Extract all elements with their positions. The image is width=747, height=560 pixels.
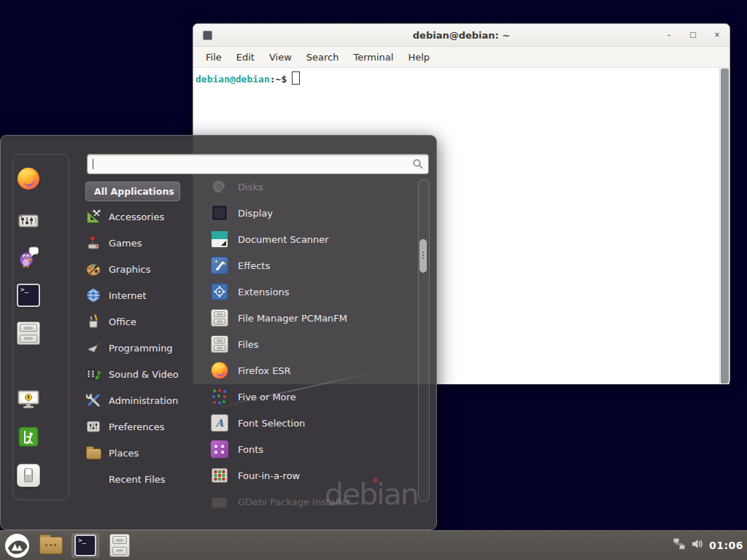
all-applications-button[interactable]: All Applications: [85, 182, 180, 201]
favorite-audio-mixer[interactable]: [13, 206, 44, 236]
file-cabinet-icon: [211, 309, 228, 327]
terminal-menubar: File Edit View Search Terminal Help: [193, 47, 729, 68]
app-row-display[interactable]: Display: [211, 200, 417, 226]
search-input[interactable]: [93, 156, 402, 172]
application-menu: debian: [0, 135, 437, 530]
category-accessories[interactable]: Accessories: [85, 203, 209, 230]
accessories-icon: [85, 209, 101, 225]
search-caret: [93, 159, 93, 169]
volume-icon[interactable]: [691, 537, 704, 553]
display-icon: [211, 204, 228, 222]
favorite-pidgin[interactable]: [13, 241, 44, 272]
terminal-icon: [17, 284, 40, 307]
four-in-a-row-icon: [211, 467, 228, 484]
administration-icon: [85, 392, 101, 408]
disks-icon: [211, 178, 228, 195]
prompt-user-host: debian@debian: [196, 74, 270, 85]
screen: debian@debian: ~ – □ × File Edit View Se…: [0, 0, 747, 560]
preferences-icon: [85, 419, 101, 435]
all-applications-label: All Applications: [94, 186, 174, 197]
file-cabinet-icon: [109, 534, 130, 557]
favorite-files[interactable]: [13, 318, 44, 349]
firefox-icon: [17, 167, 40, 190]
terminal-titlebar[interactable]: debian@debian: ~ – □ ×: [193, 24, 729, 47]
document-scanner-icon: [211, 230, 228, 248]
menu-help[interactable]: Help: [400, 52, 437, 63]
terminal-icon: [74, 534, 96, 556]
app-row-gdebi[interactable]: GDebi Package Installer: [211, 489, 417, 515]
menu-button[interactable]: [3, 533, 31, 558]
category-administration[interactable]: Administration: [85, 387, 209, 413]
pidgin-icon: [17, 245, 40, 268]
gdebi-icon: [211, 493, 228, 510]
search-box: [87, 154, 429, 174]
category-recent-files[interactable]: Recent Files: [85, 466, 209, 492]
places-icon: [85, 445, 101, 461]
graphics-icon: [85, 261, 101, 277]
app-row-font-selection[interactable]: A Font Selection: [211, 410, 417, 436]
prompt-path: :~$: [270, 74, 287, 85]
effects-icon: [211, 257, 228, 274]
favorite-firefox[interactable]: [13, 163, 44, 194]
category-sound-video[interactable]: Sound & Video: [85, 361, 209, 387]
terminal-cursor: [292, 71, 300, 85]
office-icon: [85, 314, 101, 330]
application-list: Disks Display Document Scanner Effects: [211, 174, 417, 515]
app-row-fonts[interactable]: a aa a Fonts: [211, 436, 417, 462]
app-row-disks[interactable]: Disks: [211, 174, 417, 200]
app-row-extensions[interactable]: Extensions: [211, 279, 417, 305]
app-row-effects[interactable]: Effects: [211, 252, 417, 279]
category-places[interactable]: Places: [85, 440, 209, 466]
close-button[interactable]: ×: [712, 30, 722, 40]
terminal-launcher[interactable]: [71, 533, 99, 558]
clock[interactable]: 01:06: [709, 540, 743, 551]
file-manager-launcher[interactable]: [37, 533, 65, 558]
menu-view[interactable]: View: [262, 52, 299, 63]
extensions-icon: [211, 283, 228, 300]
category-office[interactable]: Office: [85, 308, 209, 335]
favorite-log-out[interactable]: [13, 421, 44, 452]
font-selection-icon: A: [211, 414, 228, 432]
favorite-terminal[interactable]: [13, 280, 44, 311]
menu-scrollbar-thumb[interactable]: [419, 239, 427, 273]
category-programming[interactable]: Programming: [85, 335, 209, 361]
maximize-button[interactable]: □: [688, 30, 698, 40]
minimize-button[interactable]: –: [664, 30, 674, 40]
sound-video-icon: [85, 366, 101, 382]
games-icon: [85, 235, 101, 251]
app-row-file-manager-pcmanfm[interactable]: File Manager PCManFM: [211, 305, 417, 331]
category-graphics[interactable]: Graphics: [85, 256, 209, 282]
file-cabinet-icon: [211, 335, 228, 353]
network-icon[interactable]: [673, 537, 686, 553]
menu-terminal[interactable]: Terminal: [346, 52, 400, 63]
spacer: [85, 471, 101, 487]
app-row-firefox-esr[interactable]: Firefox ESR: [211, 357, 417, 384]
category-games[interactable]: Games: [85, 230, 209, 256]
favorite-shut-down[interactable]: [13, 460, 44, 491]
folder-icon: [39, 537, 63, 554]
fonts-icon: a aa a: [211, 440, 228, 458]
files-launcher[interactable]: [106, 533, 133, 558]
app-row-five-or-more[interactable]: Five or More: [211, 384, 417, 410]
category-internet[interactable]: Internet: [85, 282, 209, 308]
taskbar: 01:06: [0, 530, 747, 560]
menu-file[interactable]: File: [198, 52, 229, 63]
category-list: Accessories Games Graphics: [85, 203, 209, 492]
internet-icon: [85, 287, 101, 303]
menu-edit[interactable]: Edit: [229, 52, 262, 63]
app-row-files[interactable]: Files: [211, 331, 417, 357]
category-preferences[interactable]: Preferences: [85, 413, 209, 440]
app-row-four-in-a-row[interactable]: Four-in-a-row: [211, 462, 417, 489]
screensaver-lock-icon: [17, 388, 40, 411]
menu-search[interactable]: Search: [299, 52, 347, 63]
terminal-scrollbar[interactable]: [719, 68, 729, 384]
favorite-lock-screen[interactable]: [13, 384, 44, 415]
app-row-document-scanner[interactable]: Document Scanner: [211, 226, 417, 252]
logout-icon: [17, 425, 40, 448]
terminal-title: debian@debian: ~: [193, 30, 729, 41]
five-or-more-icon: [211, 388, 228, 405]
terminal-scrollbar-thumb[interactable]: [721, 69, 729, 384]
menu-scrollbar[interactable]: [418, 179, 430, 502]
menu-logo-icon: [4, 533, 30, 559]
mixer-icon: [17, 209, 40, 233]
